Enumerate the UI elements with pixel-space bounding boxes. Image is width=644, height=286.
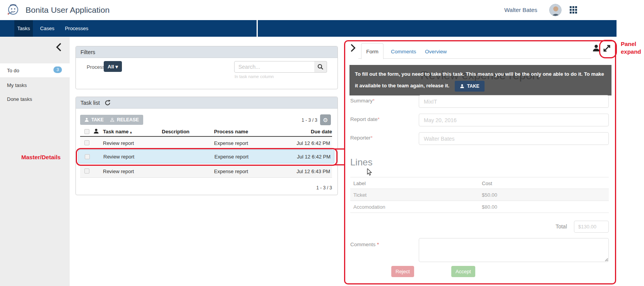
row-checkbox[interactable] <box>84 169 89 174</box>
cell-process-name: Expense report <box>214 140 248 146</box>
accept-button[interactable]: Accept <box>451 266 475 277</box>
annotation-master-details-label: Master/Details <box>21 153 61 161</box>
table-row-selected[interactable]: Review report Expense report Jul 12 6:42… <box>78 150 334 163</box>
bonita-logo <box>5 3 19 17</box>
sidebar-collapse-icon[interactable] <box>55 43 63 52</box>
column-header-description[interactable]: Description <box>162 129 190 134</box>
process-filter-value: All <box>108 64 114 70</box>
gear-button[interactable]: ⚙ <box>320 114 331 125</box>
search-icon <box>317 64 324 70</box>
tab-form[interactable]: Form <box>361 43 384 59</box>
row-checkbox[interactable] <box>85 154 90 159</box>
take-button-label: TAKE <box>91 117 104 123</box>
user-icon <box>84 117 89 122</box>
lines-col-cost: Cost <box>482 180 492 186</box>
field-label-comments: Comments * <box>350 242 379 247</box>
filters-panel-title: Filters <box>76 46 337 58</box>
comments-field[interactable] <box>419 238 609 262</box>
line-label: Accomodation <box>353 204 385 210</box>
cell-due-date: Jul 12 6:42 PM <box>289 140 330 146</box>
search-button[interactable] <box>314 61 327 73</box>
line-cost: $80.00 <box>482 204 497 210</box>
assignee-column-icon <box>93 128 99 134</box>
resize-handle[interactable] <box>605 258 608 261</box>
column-header-task-name[interactable]: Task name ▴ <box>103 129 132 134</box>
app-title: Bonita User Application <box>26 5 110 15</box>
nav-tab-tasks[interactable]: Tasks <box>14 20 33 37</box>
line-cost: $50.00 <box>482 192 497 198</box>
reject-button[interactable]: Reject <box>391 266 414 277</box>
user-icon <box>460 84 464 89</box>
reporter-field[interactable] <box>419 132 609 145</box>
line-label: Ticket <box>353 192 367 198</box>
gear-icon: ⚙ <box>323 117 328 123</box>
column-header-due-date[interactable]: Due date <box>298 129 332 134</box>
panel-collapse-icon[interactable] <box>349 43 356 53</box>
search-hint: In task name column <box>235 74 274 79</box>
total-field[interactable] <box>574 221 609 233</box>
sort-asc-icon: ▴ <box>130 130 132 134</box>
todo-count-badge: 3 <box>53 66 62 73</box>
sidebar-item-label: My tasks <box>7 82 27 88</box>
lines-section-title: Lines <box>350 157 372 168</box>
field-label-reporter: Reporter* <box>350 135 373 141</box>
avatar[interactable] <box>549 4 562 16</box>
navbar-divider <box>257 20 258 37</box>
take-button[interactable]: TAKE <box>80 115 108 125</box>
mouse-cursor <box>367 169 372 176</box>
annotation-panel-expand-label: Panel expand <box>621 40 641 56</box>
required-asterisk: * <box>378 116 380 122</box>
banner-take-label: TAKE <box>467 83 480 89</box>
lines-col-label: Label <box>353 180 366 186</box>
required-asterisk: * <box>371 135 373 141</box>
cell-task-name: Review report <box>103 140 134 146</box>
process-filter-label: Process <box>87 64 105 70</box>
report-date-field[interactable] <box>419 114 609 126</box>
caret-down-icon: ▾ <box>115 64 118 70</box>
cell-process-name: Expense report <box>214 154 248 160</box>
sidebar-item-label: Done tasks <box>7 96 32 102</box>
lines-row: Accomodation $80.00 <box>350 201 609 213</box>
navbar <box>0 20 617 37</box>
required-asterisk: * <box>373 98 375 104</box>
task-list-title: Task list <box>80 100 100 106</box>
table-row[interactable]: Review report Expense report Jul 12 6:42… <box>80 137 332 150</box>
sidebar-item-my-tasks[interactable]: My tasks <box>0 78 70 92</box>
process-filter-dropdown[interactable]: All ▾ <box>104 61 122 72</box>
release-button[interactable]: RELEASE <box>106 115 143 125</box>
release-button-label: RELEASE <box>117 117 139 123</box>
tabbar-border <box>358 58 591 59</box>
summary-field[interactable] <box>419 95 609 108</box>
lines-header-row: Label Cost <box>350 177 609 189</box>
field-label-report-date: Report date* <box>350 116 380 122</box>
pagination-top: 1 - 3 / 3 <box>284 117 317 123</box>
sidebar-item-done-tasks[interactable]: Done tasks <box>0 92 70 106</box>
search-input[interactable] <box>234 61 315 73</box>
cell-task-name: Review report <box>103 154 134 160</box>
column-header-process-name[interactable]: Process name <box>214 129 248 134</box>
user-outline-icon <box>110 117 115 122</box>
refresh-icon[interactable] <box>104 100 111 106</box>
nav-tab-cases[interactable]: Cases <box>38 20 57 37</box>
table-row[interactable]: Review report Expense report Jul 12 6:43… <box>80 165 332 178</box>
user-name[interactable]: Walter Bates <box>504 7 537 13</box>
pagination-bottom: 1 - 3 / 3 <box>298 185 332 191</box>
total-label: Total <box>536 223 567 230</box>
row-checkbox[interactable] <box>84 140 89 145</box>
panel-expand-icon[interactable] <box>602 44 611 53</box>
tab-overview[interactable]: Overview <box>425 49 447 54</box>
cell-task-name: Review report <box>103 169 134 174</box>
app-grid-icon[interactable] <box>570 6 577 14</box>
select-all-checkbox[interactable] <box>84 129 89 134</box>
banner-take-button[interactable]: TAKE <box>455 81 485 92</box>
cell-process-name: Expense report <box>214 169 248 174</box>
cell-due-date: Jul 12 6:42 PM <box>289 154 331 160</box>
assignee-icon <box>592 44 600 53</box>
take-task-banner: To fill out the form, you need to take t… <box>349 65 611 95</box>
lines-row: Ticket $50.00 <box>350 189 609 201</box>
sidebar-item-label: To do <box>7 68 19 73</box>
cell-due-date: Jul 12 6:43 PM <box>289 169 330 174</box>
nav-tab-processes[interactable]: Processes <box>62 20 91 37</box>
tab-comments[interactable]: Comments <box>391 49 416 54</box>
sidebar-item-todo[interactable]: To do 3 <box>0 63 70 77</box>
